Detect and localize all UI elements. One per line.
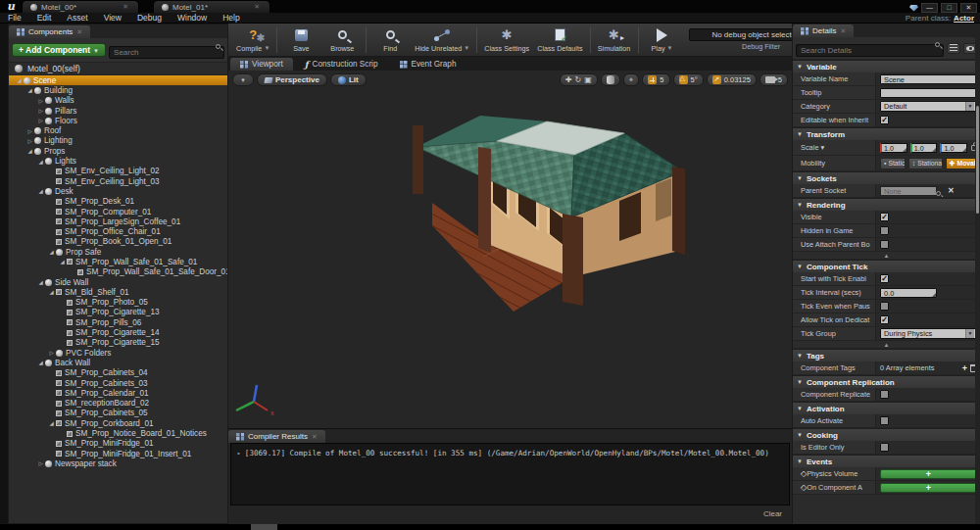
collapsed-arrow-icon[interactable]: ▷ [36,460,45,466]
close-icon[interactable]: ✕ [122,3,128,11]
tree-item-sm_prop_minifridge_01_insert_01[interactable]: SM_Prop_MiniFridge_01_Insert_01 [9,449,227,458]
section-header-sockets[interactable]: ▼Sockets [793,171,980,184]
expanded-arrow-icon[interactable]: ◢ [15,77,24,83]
components-search-input[interactable] [109,46,224,59]
menu-window[interactable]: Window [170,13,215,23]
gizmo-mode-group[interactable]: ✚ ↻ ▣ [560,73,598,86]
expanded-arrow-icon[interactable]: ◢ [25,148,34,154]
surface-snap-button[interactable]: ⌖ [623,73,640,86]
tree-item-lights[interactable]: ◢Lights [9,156,227,166]
expanded-arrow-icon[interactable]: ◢ [47,249,56,255]
tree-item-pvc-folders[interactable]: ▷PVC Folders [9,348,227,358]
tree-item-sm_prop_cigarette_15[interactable]: SM_Prop_Cigarette_15 [9,338,227,348]
details-scrollbar[interactable] [975,37,980,524]
tree-item-sm_bld_shelf_01[interactable]: ◢SM_Bld_Shelf_01 [9,287,227,297]
maximize-button[interactable]: □ [941,3,957,13]
collapsed-arrow-icon[interactable]: ▷ [25,128,34,134]
grid-snap-icon[interactable] [648,75,657,84]
menu-file[interactable]: File [0,13,29,23]
tree-item-sm_prop_pills_06[interactable]: SM_Prop_Pills_06 [9,317,227,327]
tree-item-pillars[interactable]: ▷Pillars [9,106,227,116]
tree-item-back-wall[interactable]: ◢Back Wall [9,358,227,367]
tree-item-sm_prop_notice_board_01_notices[interactable]: SM_Prop_Notice_Board_01_Notices [9,428,227,438]
component-self-row[interactable]: Motel_00(self) [9,63,227,75]
tree-item-sm_prop_office_chair_01[interactable]: SM_Prop_Office_Chair_01 [9,226,227,236]
tree-item-sm_prop_desk_01[interactable]: SM_Prop_Desk_01 [9,197,227,207]
perspective-button[interactable]: Perspective [257,73,327,86]
expanded-arrow-icon[interactable]: ◢ [58,259,67,265]
search-icon[interactable] [936,191,941,196]
value-field[interactable]: Scene [880,74,977,84]
add-component-button[interactable]: + Add Component▼ [12,43,106,57]
expanded-arrow-icon[interactable]: ◢ [36,159,45,165]
components-tab-close-icon[interactable]: ✕ [76,28,82,36]
tree-item-building[interactable]: ◢Building [9,85,227,95]
value-field[interactable]: 0.0 [880,288,937,298]
tree-item-sm_receptionboard_02[interactable]: SM_receptionBoard_02 [9,399,227,409]
scale-snap-icon[interactable] [712,75,721,84]
tree-item-scene[interactable]: ◢Scene [9,75,227,85]
scale-x-field[interactable]: 1.0 [880,143,907,153]
add-event-button[interactable]: + [880,483,977,493]
scale-y-field[interactable]: 1.0 [910,143,938,153]
menu-asset[interactable]: Asset [59,13,95,23]
menu-view[interactable]: View [96,13,129,23]
parent-class-link[interactable]: Actor [954,14,974,23]
close-icon[interactable]: ✕ [254,3,260,11]
parent-socket-field[interactable]: None [880,186,937,196]
section-header-cooking[interactable]: ▼Cooking [793,428,980,441]
find-button[interactable]: Find [369,25,411,55]
rotation-snap-group[interactable]: 5° [673,73,704,86]
section-header-tags[interactable]: ▼Tags [793,349,980,361]
details-tab[interactable]: Details ✕ [793,24,854,37]
section-header-variable[interactable]: ▼Variable [793,60,980,72]
tree-item-side-wall[interactable]: ◢Side Wall [9,277,227,287]
camera-speed-value[interactable]: 5 [778,75,782,84]
tree-item-sm_prop_computer_01[interactable]: SM_Prop_Computer_01 [9,207,227,217]
details-search-input[interactable] [796,44,944,57]
grid-snap-value[interactable]: 5 [660,75,663,84]
tab-viewport[interactable]: Viewport [230,58,293,71]
mobility-movab[interactable]: ✚Movab [946,158,977,169]
tree-item-roof[interactable]: ▷Roof [9,125,227,135]
tree-item-sm_prop_book_01_open_01[interactable]: SM_Prop_Book_01_Open_01 [9,237,227,247]
tree-item-desk[interactable]: ◢Desk [9,186,227,196]
collapsed-arrow-icon[interactable]: ▷ [36,118,45,123]
scale-snap-value[interactable]: 0.03125 [724,75,751,84]
scrollbar-thumb[interactable] [976,106,979,214]
tree-item-sm_env_ceiling_light_03[interactable]: SM_Env_Ceiling_Light_03 [9,176,227,186]
checkbox[interactable] [880,240,889,249]
browse-button[interactable]: Browse [321,25,363,55]
tree-item-sm_prop_minifridge_01[interactable]: SM_Prop_MiniFridge_01 [9,439,227,449]
mobility-static[interactable]: ▪Static [880,158,906,169]
save-button[interactable]: Save [280,25,321,55]
clear-log-button[interactable]: Clear [763,509,782,518]
scale-snap-group[interactable]: 0.03125 [707,73,757,86]
viewport-3d[interactable]: ▼ Perspective Lit ✚ ↻ ▣ ⌖ [228,71,792,428]
advanced-expander[interactable]: ▲ [793,252,980,260]
hide-unrelated-button[interactable]: Hide Unrelated▼ [411,25,473,55]
tree-item-prop-safe[interactable]: ◢Prop Safe [9,247,227,257]
tree-item-sm_env_ceiling_light_02[interactable]: SM_Env_Ceiling_Light_02 [9,167,227,176]
advanced-expander[interactable]: ▲ [793,341,980,349]
tree-item-sm_prop_cigarette_13[interactable]: SM_Prop_Cigarette_13 [9,308,227,317]
tree-item-sm_prop_wall_safe_01_safe_01[interactable]: ◢SM_Prop_Wall_Safe_01_Safe_01 [9,257,227,266]
checkbox[interactable] [880,390,889,399]
asset-tab-motel_00[interactable]: Motel_00*✕ [22,0,139,13]
add-event-button[interactable]: + [880,469,977,479]
checkbox[interactable] [880,226,889,235]
scale-z-field[interactable]: 1.0 [940,143,967,153]
tree-item-walls[interactable]: ▷Walls [9,96,227,106]
grid-snap-group[interactable]: 5 [642,73,669,86]
translate-icon[interactable]: ✚ [565,73,572,86]
expanded-arrow-icon[interactable]: ◢ [47,289,56,295]
compiler-results-tab[interactable]: Compiler Results ✕ [228,430,325,443]
checkbox[interactable]: ✓ [880,315,889,324]
tab-event-graph[interactable]: Event Graph [390,58,466,71]
lit-mode-button[interactable]: Lit [330,73,367,86]
section-header-component-replication[interactable]: ▼Component Replication [793,375,980,388]
rotate-icon[interactable]: ↻ [575,73,582,86]
tree-item-floors[interactable]: ▷Floors [9,116,227,125]
menu-debug[interactable]: Debug [129,13,170,23]
details-tab-close-icon[interactable]: ✕ [840,27,846,35]
